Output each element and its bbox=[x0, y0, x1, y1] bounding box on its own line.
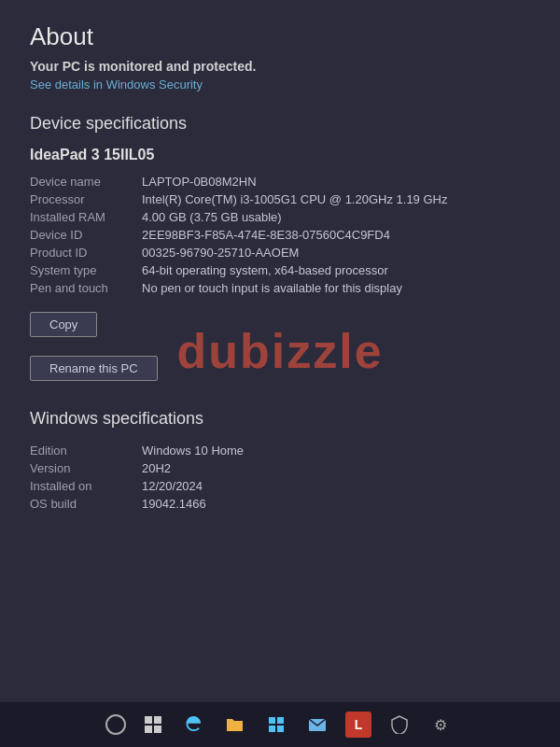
action-buttons: Copy Rename this PC bbox=[30, 312, 530, 390]
spec-value: Windows 10 Home bbox=[142, 442, 530, 459]
device-section-title: Device specifications bbox=[30, 114, 530, 134]
spec-value: 20H2 bbox=[142, 459, 530, 477]
shield-icon[interactable] bbox=[385, 711, 413, 739]
gear-icon[interactable]: ⚙ bbox=[427, 711, 455, 739]
rename-button[interactable]: Rename this PC bbox=[30, 356, 158, 381]
svg-rect-4 bbox=[269, 717, 275, 724]
svg-rect-3 bbox=[154, 726, 161, 733]
svg-rect-6 bbox=[269, 726, 275, 732]
windows-section-title: Windows specifications bbox=[30, 409, 530, 429]
content-area: dubizzle About Your PC is monitored and … bbox=[0, 0, 560, 702]
spec-value: 00325-96790-25710-AAOEM bbox=[142, 244, 530, 261]
store-icon[interactable] bbox=[262, 711, 290, 739]
table-row: ProcessorIntel(R) Core(TM) i3-1005G1 CPU… bbox=[30, 190, 530, 208]
l-badge-icon[interactable]: L bbox=[344, 711, 372, 739]
svg-rect-1 bbox=[154, 716, 161, 724]
spec-value: 2EE98BF3-F85A-474E-8E38-07560C4C9FD4 bbox=[142, 226, 530, 244]
spec-label: Processor bbox=[30, 190, 142, 208]
svg-rect-2 bbox=[145, 726, 152, 733]
table-row: Pen and touchNo pen or touch input is av… bbox=[30, 279, 530, 297]
svg-rect-5 bbox=[277, 717, 284, 724]
table-row: Installed on12/20/2024 bbox=[30, 477, 530, 495]
table-row: Installed RAM4.00 GB (3.75 GB usable) bbox=[30, 208, 530, 226]
spec-label: Installed RAM bbox=[30, 208, 142, 226]
svg-rect-7 bbox=[277, 726, 284, 732]
spec-value: 64-bit operating system, x64-based proce… bbox=[142, 261, 530, 279]
table-row: EditionWindows 10 Home bbox=[30, 442, 530, 459]
start-button[interactable] bbox=[139, 711, 167, 739]
folder-icon[interactable] bbox=[221, 711, 249, 739]
windows-specs-table: EditionWindows 10 HomeVersion20H2Install… bbox=[30, 442, 530, 513]
edge-icon[interactable] bbox=[180, 711, 208, 739]
svg-rect-0 bbox=[145, 716, 152, 724]
spec-value: LAPTOP-0B08M2HN bbox=[142, 173, 530, 190]
table-row: System type64-bit operating system, x64-… bbox=[30, 261, 530, 279]
table-row: OS build19042.1466 bbox=[30, 495, 530, 513]
spec-label: System type bbox=[30, 261, 142, 279]
copy-button[interactable]: Copy bbox=[30, 312, 97, 337]
table-row: Product ID00325-96790-25710-AAOEM bbox=[30, 244, 530, 261]
spec-label: Device ID bbox=[30, 226, 142, 244]
windows-about-screen: dubizzle About Your PC is monitored and … bbox=[0, 0, 560, 747]
search-icon[interactable] bbox=[105, 714, 126, 735]
spec-label: Installed on bbox=[30, 477, 142, 495]
table-row: Version20H2 bbox=[30, 459, 530, 477]
spec-value: 19042.1466 bbox=[142, 495, 530, 513]
device-specs-table: Device nameLAPTOP-0B08M2HNProcessorIntel… bbox=[30, 173, 530, 297]
taskbar: L ⚙ bbox=[0, 702, 560, 747]
security-notice: Your PC is monitored and protected. bbox=[30, 59, 530, 74]
spec-label: Edition bbox=[30, 442, 142, 459]
spec-label: Pen and touch bbox=[30, 279, 142, 297]
page-title: About bbox=[30, 22, 530, 51]
spec-value: 12/20/2024 bbox=[142, 477, 530, 495]
spec-value: 4.00 GB (3.75 GB usable) bbox=[142, 208, 530, 226]
spec-value: Intel(R) Core(TM) i3-1005G1 CPU @ 1.20GH… bbox=[142, 190, 530, 208]
spec-label: Version bbox=[30, 459, 142, 477]
spec-value: No pen or touch input is available for t… bbox=[142, 279, 530, 297]
spec-label: OS build bbox=[30, 495, 142, 513]
mail-icon[interactable] bbox=[303, 711, 331, 739]
security-link[interactable]: See details in Windows Security bbox=[30, 78, 530, 92]
table-row: Device ID2EE98BF3-F85A-474E-8E38-07560C4… bbox=[30, 226, 530, 244]
spec-label: Device name bbox=[30, 173, 142, 190]
table-row: Device nameLAPTOP-0B08M2HN bbox=[30, 173, 530, 190]
device-model: IdeaPad 3 15IIL05 bbox=[30, 147, 530, 163]
spec-label: Product ID bbox=[30, 244, 142, 261]
